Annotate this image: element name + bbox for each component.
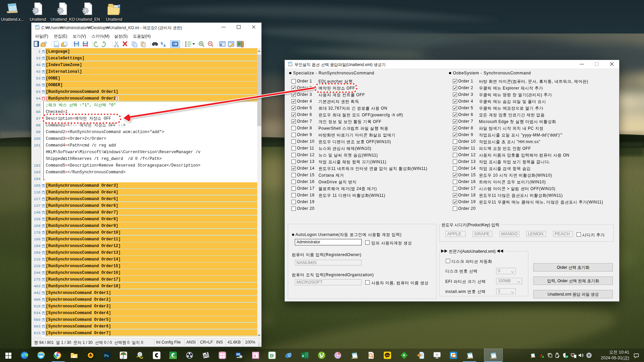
svg-text:a: a — [163, 43, 166, 47]
svg-text:Ps: Ps — [104, 354, 109, 358]
svg-text:x: x — [302, 354, 305, 358]
svg-text:b: b — [161, 41, 163, 45]
svg-text:TALK: TALK — [386, 354, 390, 356]
svg-text:D: D — [270, 353, 274, 358]
svg-text:i: i — [254, 353, 256, 358]
